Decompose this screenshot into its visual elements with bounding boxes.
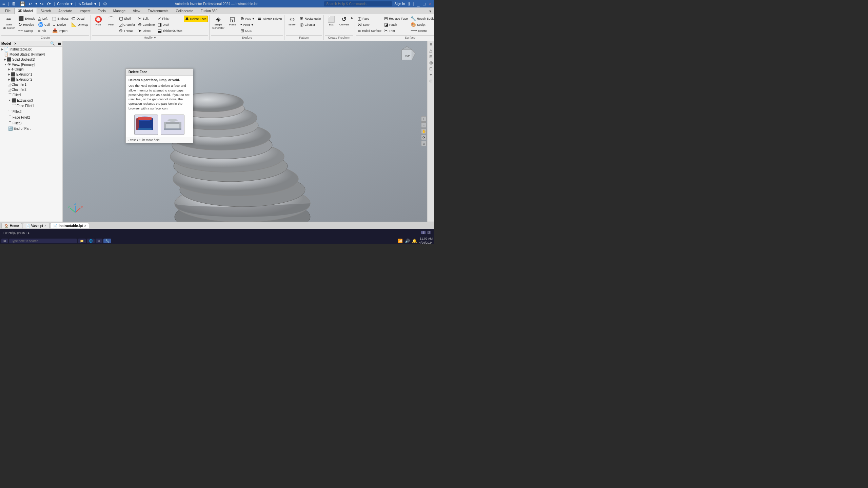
- tab-vase[interactable]: 📄 Vase.ipt ×: [23, 223, 50, 228]
- face-btn[interactable]: ◫Face: [356, 16, 382, 21]
- tree-item-extrusion1[interactable]: ▶ ⬛ Extrusion1: [0, 72, 62, 77]
- axis-btn[interactable]: ⊕Axis ▼: [239, 16, 256, 21]
- ruled-surface-btn[interactable]: ≣Ruled Surface: [356, 28, 382, 34]
- info-btn[interactable]: ℹ: [407, 1, 411, 6]
- circular-btn[interactable]: ◎Circular: [299, 22, 322, 27]
- task-mail[interactable]: ✉: [96, 239, 102, 243]
- freeform-more-btn[interactable]: ▶: [351, 16, 353, 20]
- extrude-btn[interactable]: ⬛Extrude: [17, 16, 36, 21]
- tree-item-instructable[interactable]: ▶ 📄 Instructable.ipt: [0, 47, 62, 52]
- app-menu-btn[interactable]: ≡: [1, 1, 6, 6]
- start-2d-sketch-btn[interactable]: ✏ Start2D Sketch: [1, 16, 17, 30]
- mirror-btn[interactable]: ⇔ Mirror: [286, 16, 298, 27]
- viewport[interactable]: Delete Face Deletes a part face, lump, o…: [63, 41, 427, 222]
- network-icon[interactable]: 📶: [398, 239, 403, 243]
- tree-item-origin[interactable]: ▶ ✛ Origin: [0, 67, 62, 72]
- plane-btn[interactable]: ◱ Plane: [226, 16, 239, 27]
- sync-btn[interactable]: ⟳: [46, 1, 52, 6]
- tree-item-end-of-part[interactable]: 🔚 End of Part: [0, 126, 62, 131]
- taskbar-search[interactable]: [9, 239, 77, 243]
- ucs-btn[interactable]: ⊞UCS: [239, 28, 256, 34]
- tab-inspect[interactable]: Inspect: [76, 8, 94, 14]
- fillet-btn[interactable]: ⌒ Fillet: [105, 16, 117, 27]
- tab-environments[interactable]: Environments: [144, 8, 172, 14]
- tree-item-fillet1[interactable]: ⌒ Fillet1: [0, 92, 62, 98]
- tree-item-face-fillet1[interactable]: ⌒ Face Fillet1: [0, 103, 62, 109]
- import-btn[interactable]: 📥Import: [51, 28, 70, 34]
- task-inventor[interactable]: 🔧: [103, 239, 111, 243]
- rectangular-btn[interactable]: ⊞Rectangular: [299, 16, 322, 21]
- trim-btn[interactable]: ✂Trim: [383, 28, 409, 34]
- tab-home[interactable]: 🏠 Home: [1, 223, 22, 228]
- style-selector[interactable]: Generic ▼: [57, 2, 73, 6]
- default-label[interactable]: ✎ Default ▼: [78, 2, 97, 6]
- delete-face-btn[interactable]: ✖Delete Face: [184, 16, 208, 22]
- tree-item-extrusion3[interactable]: ▼ ⬛ Extrusion3: [0, 98, 62, 103]
- repair-bodies-btn[interactable]: 🔧Repair Bodies: [410, 16, 434, 21]
- stitch-btn[interactable]: ⋈Stitch: [356, 22, 382, 27]
- combine-btn[interactable]: ⊕Combine: [137, 22, 156, 27]
- minimize-btn[interactable]: _: [416, 1, 420, 6]
- zoom-in-btn[interactable]: +: [421, 116, 427, 122]
- unwrap-btn[interactable]: 📐Unwrap: [70, 22, 89, 27]
- undo-btn[interactable]: ↩: [27, 1, 33, 6]
- tree-item-face-fillet2[interactable]: ⌒ Face Fillet2: [0, 115, 62, 120]
- save-btn[interactable]: 💾: [19, 1, 26, 6]
- chamfer-btn[interactable]: ◿Chamfer: [118, 22, 136, 27]
- tab-view[interactable]: View: [129, 8, 144, 14]
- new-btn[interactable]: 🗎: [11, 1, 17, 6]
- split-btn[interactable]: ✂Split: [137, 16, 156, 21]
- rib-btn[interactable]: ≡Rib: [37, 28, 51, 34]
- tree-item-chamfer1[interactable]: ◿ Chamfer1: [0, 82, 62, 87]
- convert-btn[interactable]: ↺ Convert: [338, 16, 350, 27]
- decal-btn[interactable]: 🏷Decal: [70, 16, 89, 21]
- replace-face-btn[interactable]: ⊟Replace Face: [383, 16, 409, 21]
- rp-icon2[interactable]: △: [429, 48, 432, 53]
- patch-btn[interactable]: ◪Patch: [383, 22, 409, 27]
- settings-btn[interactable]: ⚙: [102, 1, 108, 6]
- sweep-btn[interactable]: 〰Sweep: [17, 28, 36, 34]
- search-input[interactable]: [324, 1, 392, 6]
- tab-annotate[interactable]: Annotate: [55, 8, 76, 14]
- finish-btn[interactable]: ✓Finish: [157, 16, 183, 21]
- tree-item-view[interactable]: ▼ 👁 View: [Primary]: [0, 62, 62, 67]
- tree-item-fillet2[interactable]: ⌒ Fillet2: [0, 109, 62, 115]
- close-btn[interactable]: ×: [428, 1, 433, 6]
- emboss-btn[interactable]: ⬚Emboss: [51, 16, 70, 21]
- tab-3dmodel[interactable]: 3D Model: [14, 8, 37, 14]
- pan-btn[interactable]: ✋: [421, 128, 427, 134]
- tab-file[interactable]: File: [1, 8, 14, 14]
- undo-dropdown[interactable]: ▼: [35, 2, 38, 5]
- sculpt-btn[interactable]: 🎨Sculpt: [410, 22, 434, 27]
- tab-vase-close[interactable]: ×: [44, 224, 46, 228]
- tree-item-model-states[interactable]: 📋 Model States: [Primary]: [0, 52, 62, 57]
- system-clock[interactable]: 11:09 AM 4/26/2024: [419, 237, 433, 244]
- tab-fusion360[interactable]: Fusion 360: [197, 8, 221, 14]
- browser-options-btn[interactable]: ☰: [58, 41, 61, 46]
- task-browser[interactable]: 🌐: [87, 239, 95, 243]
- view-cube[interactable]: TOP: [397, 45, 417, 65]
- tree-item-solid-bodies[interactable]: ▶ ⬛ Solid Bodies(1): [0, 57, 62, 62]
- zoom-out-btn[interactable]: −: [421, 122, 427, 128]
- orbit-btn[interactable]: ⟳: [421, 135, 427, 140]
- thread-btn[interactable]: ⊛Thread: [118, 28, 136, 34]
- redo-btn[interactable]: ↪: [39, 1, 45, 6]
- home-view-btn[interactable]: ⌂: [421, 141, 427, 146]
- rp-icon7[interactable]: ⊕: [429, 79, 433, 83]
- volume-icon[interactable]: 🔊: [405, 239, 410, 243]
- shell-btn[interactable]: ▢Shell: [118, 16, 136, 21]
- draft-btn[interactable]: ◨Draft: [157, 22, 183, 27]
- loft-btn[interactable]: ◬Loft: [37, 16, 51, 21]
- shape-generator-btn[interactable]: ◈ ShapeGenerator: [211, 16, 226, 30]
- sketch-driven-btn[interactable]: 〓Sketch Driven: [256, 16, 283, 22]
- coil-btn[interactable]: 🌀Coil: [37, 22, 51, 27]
- tree-item-fillet3[interactable]: ⌒ Fillet3: [0, 120, 62, 126]
- point-btn[interactable]: •Point ▼: [239, 22, 256, 27]
- direct-btn[interactable]: ➤Direct: [137, 28, 156, 34]
- extend-btn[interactable]: ⟶Extend: [410, 28, 434, 34]
- tab-collaborate[interactable]: Collaborate: [172, 8, 197, 14]
- tab-instructable[interactable]: 📄 Instructable.ipt ×: [50, 223, 90, 228]
- browser-search-btn[interactable]: 🔍: [50, 41, 55, 46]
- tree-item-extrusion2[interactable]: ▶ ⬛ Extrusion2: [0, 77, 62, 82]
- box-btn[interactable]: ⬜ Box: [325, 16, 337, 27]
